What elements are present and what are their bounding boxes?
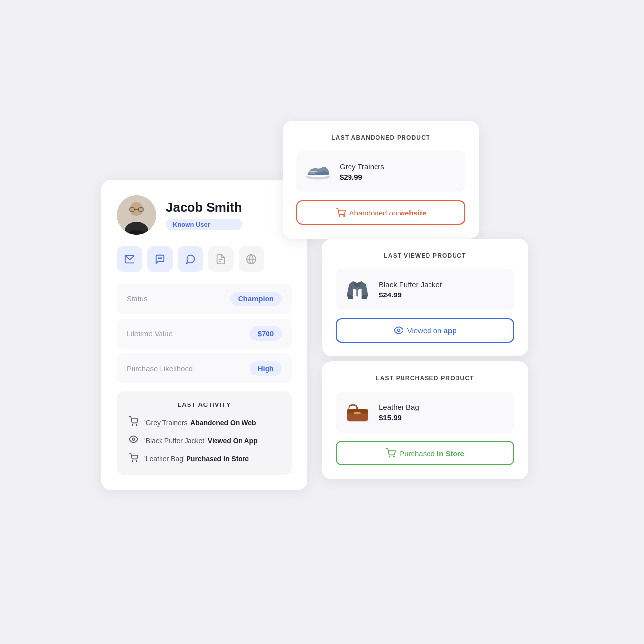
avatar	[117, 195, 156, 235]
status-row: Status Champion	[117, 284, 292, 314]
profile-header: Jacob Smith Known User	[117, 195, 292, 235]
abandoned-product-image	[304, 158, 332, 186]
last-activity-section: LAST ACTIVITY 'Grey Trainers' Abandoned …	[117, 391, 292, 475]
svg-rect-21	[310, 171, 318, 172]
purchased-product-name: Leather Bag	[379, 403, 419, 411]
chat-button[interactable]	[147, 246, 173, 272]
activity-item-2: 'Black Puffer Jacket' Viewed On App	[129, 434, 280, 447]
viewed-product-card: LAST VIEWED PRODUCT Black Puffer Jacket …	[322, 239, 528, 356]
purchased-product-details: Leather Bag $15.99	[379, 403, 419, 422]
viewed-title: LAST VIEWED PRODUCT	[336, 252, 514, 259]
svg-point-10	[161, 258, 162, 259]
abandoned-tag-text: Abandoned on website	[349, 209, 427, 217]
abandoned-tag-bold: website	[399, 209, 426, 217]
purchased-product-image	[344, 399, 371, 426]
cart-icon-2	[129, 453, 138, 465]
status-value: Champion	[230, 292, 282, 306]
viewed-product-details: Black Puffer Jacket $24.99	[379, 280, 442, 299]
abandoned-product-row: Grey Trainers $29.99	[296, 151, 465, 192]
likelihood-value: High	[250, 361, 282, 376]
abandoned-product-details: Grey Trainers $29.99	[340, 162, 384, 181]
svg-rect-29	[354, 412, 361, 414]
cart-icon-1	[129, 416, 138, 429]
activity-text-2: 'Black Puffer Jacket' Viewed On App	[144, 437, 258, 445]
viewed-tag-bold: app	[444, 326, 457, 335]
purchased-product-card: LAST PURCHASED PRODUCT Leather Bag $15.9…	[322, 361, 528, 479]
viewed-product-row: Black Puffer Jacket $24.99	[336, 269, 514, 310]
lifetime-row: Lifetime Value $700	[117, 319, 292, 349]
lifetime-label: Lifetime Value	[127, 329, 173, 338]
viewed-tag[interactable]: Viewed on app	[336, 318, 514, 343]
svg-rect-25	[356, 287, 358, 296]
svg-point-18	[132, 461, 133, 462]
svg-point-31	[394, 456, 395, 457]
svg-point-8	[158, 258, 159, 259]
profile-name: Jacob Smith	[166, 200, 242, 215]
viewed-product-name: Black Puffer Jacket	[379, 280, 442, 289]
activity-item-3: 'Leather Bag' Purchased In Store	[129, 453, 280, 465]
profile-card: Jacob Smith Known User	[101, 180, 307, 490]
lifetime-value: $700	[250, 326, 282, 341]
svg-point-15	[132, 425, 133, 426]
last-activity-title: LAST ACTIVITY	[129, 401, 280, 408]
globe-button[interactable]	[239, 246, 264, 272]
purchased-tag-bold: In Store	[437, 449, 464, 457]
purchased-product-price: $15.99	[379, 413, 419, 422]
svg-point-17	[133, 438, 135, 441]
likelihood-label: Purchase Likelihood	[127, 364, 193, 373]
status-label: Status	[127, 295, 148, 303]
abandoned-product-name: Grey Trainers	[340, 162, 384, 171]
viewed-tag-text: Viewed on app	[407, 326, 457, 335]
svg-point-19	[136, 461, 137, 462]
receipt-button[interactable]	[208, 246, 234, 272]
purchased-product-row: Leather Bag $15.99	[336, 392, 514, 433]
purchased-tag-text: Purchased In Store	[400, 449, 464, 457]
viewed-product-image	[344, 276, 371, 303]
svg-point-23	[339, 216, 340, 217]
svg-point-30	[389, 456, 390, 457]
abandoned-product-card: LAST ABANDONED PRODUCT Grey Trainers $29…	[283, 121, 479, 239]
viewed-product-price: $24.99	[379, 291, 442, 299]
purchased-tag[interactable]: Purchased In Store	[336, 441, 514, 465]
activity-item-1: 'Grey Trainers' Abandoned On Web	[129, 416, 280, 429]
abandoned-title: LAST ABANDONED PRODUCT	[296, 134, 465, 141]
abandoned-tag[interactable]: Abandoned on website	[296, 200, 465, 225]
activity-text-1: 'Grey Trainers' Abandoned On Web	[144, 419, 256, 427]
profile-info: Jacob Smith Known User	[166, 200, 242, 230]
activity-text-3: 'Leather Bag' Purchased In Store	[144, 455, 249, 463]
abandoned-product-price: $29.99	[340, 173, 384, 181]
purchased-title: LAST PURCHASED PRODUCT	[336, 375, 514, 382]
svg-point-24	[343, 216, 344, 217]
scene: Jacob Smith Known User	[101, 121, 543, 523]
eye-icon-activity	[129, 434, 138, 447]
svg-rect-22	[310, 173, 316, 174]
action-buttons	[117, 246, 292, 272]
email-button[interactable]	[117, 246, 142, 272]
svg-point-26	[397, 329, 400, 332]
svg-point-9	[160, 258, 161, 259]
known-user-badge: Known User	[166, 219, 242, 230]
whatsapp-button[interactable]	[178, 246, 203, 272]
svg-point-16	[136, 425, 137, 426]
likelihood-row: Purchase Likelihood High	[117, 353, 292, 383]
